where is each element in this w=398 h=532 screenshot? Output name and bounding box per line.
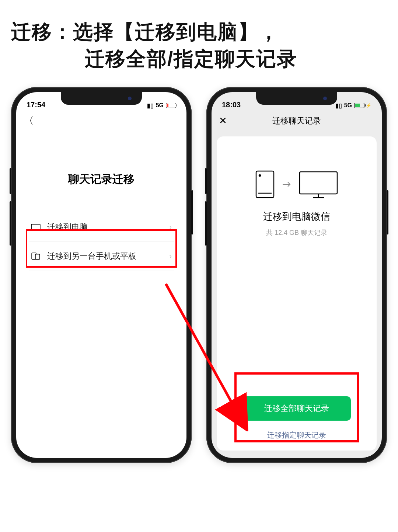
chevron-right-icon: › bbox=[169, 223, 172, 231]
option-label: 迁移到电脑 bbox=[47, 222, 88, 233]
signal-icon: ▮▯ bbox=[335, 102, 342, 109]
headline-line1: 迁移：选择【迁移到电脑】， bbox=[11, 21, 279, 43]
svg-rect-2 bbox=[35, 254, 40, 259]
devices-icon bbox=[31, 252, 41, 260]
content-card: 迁移到电脑微信 共 12.4 GB 聊天记录 迁移全部聊天记录 迁移指定聊天记录 bbox=[217, 136, 377, 451]
nav-title: 迁移聊天记录 bbox=[272, 115, 321, 126]
svg-rect-5 bbox=[300, 172, 337, 194]
nav-bar: 〈 bbox=[16, 111, 186, 131]
phone-mockup-left: 17:54 ▮▯ 5G 〈 聊天记录迁移 bbox=[11, 87, 192, 463]
desktop-icon bbox=[31, 223, 41, 231]
phone-notch bbox=[256, 92, 337, 105]
phone-mockup-right: 18:03 ▮▯ 5G ⚡ ✕ 迁移聊天记录 bbox=[206, 87, 387, 463]
back-button[interactable]: 〈 bbox=[24, 114, 34, 128]
option-migrate-to-computer[interactable]: 迁移到电脑 › bbox=[29, 213, 174, 242]
svg-rect-0 bbox=[31, 224, 40, 229]
instruction-headline: 迁移：选择【迁移到电脑】， 迁移全部/指定聊天记录 bbox=[0, 0, 398, 76]
charging-icon: ⚡ bbox=[366, 103, 371, 108]
network-label: 5G bbox=[156, 102, 164, 109]
close-button[interactable]: ✕ bbox=[219, 115, 227, 126]
page-title: 聊天记录迁移 bbox=[16, 172, 186, 187]
transfer-title: 迁移到电脑微信 bbox=[263, 210, 330, 223]
svg-point-4 bbox=[259, 175, 261, 176]
phone-notch bbox=[61, 92, 142, 105]
transfer-illustration bbox=[255, 170, 339, 199]
network-label: 5G bbox=[344, 102, 352, 109]
transfer-subtitle: 共 12.4 GB 聊天记录 bbox=[266, 228, 327, 237]
headline-line2: 迁移全部/指定聊天记录 bbox=[11, 45, 387, 72]
chevron-right-icon: › bbox=[169, 252, 172, 260]
nav-bar: ✕ 迁移聊天记录 bbox=[212, 111, 382, 131]
migrate-all-button[interactable]: 迁移全部聊天记录 bbox=[242, 396, 351, 421]
signal-icon: ▮▯ bbox=[147, 102, 154, 109]
battery-icon bbox=[354, 103, 364, 108]
migrate-selected-link[interactable]: 迁移指定聊天记录 bbox=[267, 430, 326, 440]
option-migrate-to-device[interactable]: 迁移到另一台手机或平板 › bbox=[29, 242, 174, 271]
battery-icon bbox=[166, 103, 176, 108]
option-label: 迁移到另一台手机或平板 bbox=[47, 251, 136, 262]
